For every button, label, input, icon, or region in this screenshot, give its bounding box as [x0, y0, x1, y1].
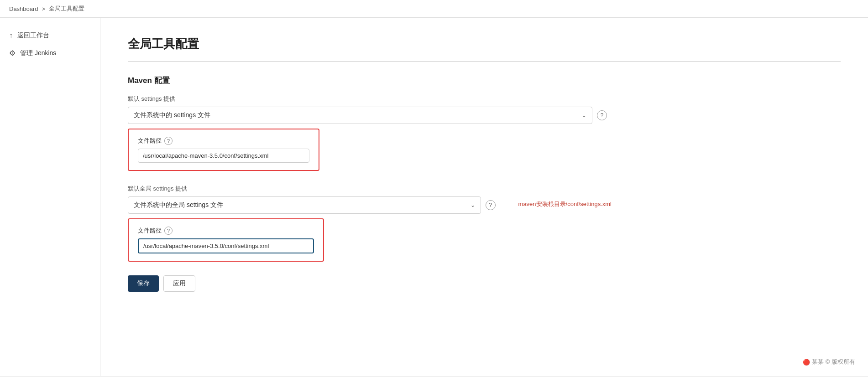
default-settings-subform: 文件路径 ? [128, 129, 319, 171]
annotation-text: maven安装根目录/conf/settings.xml [518, 201, 612, 207]
default-global-settings-group: 默认全局 settings 提供 文件系统中的全局 settings 文件 ⌄ … [128, 185, 841, 262]
maven-section: Maven 配置 默认 settings 提供 文件系统中的 settings … [128, 75, 841, 262]
watermark: 🔴 某某 © 版权所有 [799, 356, 859, 368]
global-settings-select-row: 文件系统中的全局 settings 文件 ⌄ ? [128, 196, 496, 214]
watermark-text: 某某 © 版权所有 [812, 358, 855, 366]
global-file-path-label: 文件路径 [138, 227, 162, 235]
save-button[interactable]: 保存 [128, 275, 159, 292]
breadcrumb-bar: Dashboard > 全局工具配置 [0, 0, 868, 18]
divider [128, 61, 841, 62]
breadcrumb-separator: > [42, 5, 46, 12]
breadcrumb-dashboard[interactable]: Dashboard [9, 5, 38, 12]
breadcrumb-current: 全局工具配置 [49, 5, 84, 13]
default-settings-label: 默认 settings 提供 [128, 95, 841, 103]
maven-section-title: Maven 配置 [128, 75, 841, 86]
sidebar-item-manage-jenkins[interactable]: ⚙ 管理 Jenkins [0, 44, 100, 62]
bottom-buttons: 保存 应用 [128, 275, 841, 292]
chevron-down-icon: ⌄ [582, 112, 586, 119]
main-layout: ↑ 返回工作台 ⚙ 管理 Jenkins 全局工具配置 Maven 配置 默认 … [0, 18, 868, 376]
global-file-path-label-row: 文件路径 ? [138, 227, 314, 235]
default-global-settings-select[interactable]: 文件系统中的全局 settings 文件 ⌄ [128, 196, 481, 214]
default-settings-option: 文件系统中的 settings 文件 [134, 111, 210, 119]
global-settings-help-button[interactable]: ? [486, 200, 496, 210]
default-settings-group: 默认 settings 提供 文件系统中的 settings 文件 ⌄ ? 文件… [128, 95, 841, 171]
watermark-icon: 🔴 [803, 359, 810, 366]
sidebar-item-back[interactable]: ↑ 返回工作台 [0, 27, 100, 44]
default-settings-help-button[interactable]: ? [597, 110, 607, 120]
main-content: 全局工具配置 Maven 配置 默认 settings 提供 文件系统中的 se… [100, 18, 868, 376]
default-global-label: 默认全局 settings 提供 [128, 185, 841, 193]
global-file-path-input[interactable] [138, 238, 314, 253]
file-path-help-button[interactable]: ? [164, 137, 173, 145]
back-icon: ↑ [9, 31, 13, 40]
default-settings-select[interactable]: 文件系统中的 settings 文件 ⌄ [128, 107, 592, 124]
page-title: 全局工具配置 [128, 36, 841, 52]
file-path-label-row: 文件路径 ? [138, 137, 309, 145]
global-settings-subform: 文件路径 ? [128, 218, 324, 262]
apply-button[interactable]: 应用 [163, 275, 195, 292]
sidebar-manage-label: 管理 Jenkins [20, 49, 56, 57]
chevron-down-icon-2: ⌄ [471, 202, 475, 208]
gear-icon: ⚙ [9, 49, 16, 57]
sidebar-back-label: 返回工作台 [17, 31, 49, 40]
file-path-label: 文件路径 [138, 137, 162, 145]
sidebar: ↑ 返回工作台 ⚙ 管理 Jenkins [0, 18, 100, 376]
global-file-path-help-button[interactable]: ? [164, 227, 173, 235]
default-settings-row: 文件系统中的 settings 文件 ⌄ ? [128, 107, 607, 124]
default-global-option: 文件系统中的全局 settings 文件 [134, 201, 223, 209]
file-path-input[interactable] [138, 149, 309, 163]
